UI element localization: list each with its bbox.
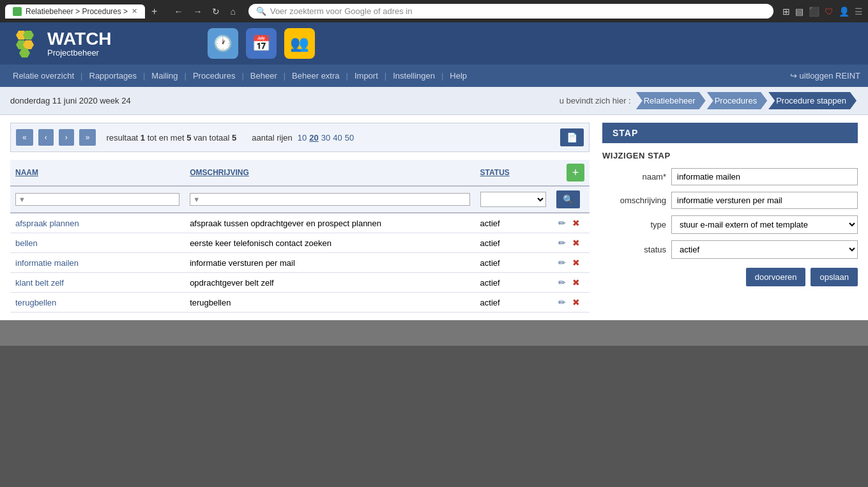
breadcrumb-right: u bevindt zich hier : Relatiebeheer Proc… (560, 92, 858, 109)
result-info: resultaat 1 tot en met 5 van totaal 5 (106, 133, 236, 143)
naam-link-0[interactable]: afspraak plannen (15, 219, 79, 228)
rows-30[interactable]: 30 (321, 133, 330, 143)
main-content: « ‹ › » resultaat 1 tot en met 5 van tot… (0, 115, 868, 320)
nav-procedures[interactable]: Procedures (188, 65, 240, 87)
qr-icon[interactable]: ⬛ (809, 6, 819, 17)
edit-button-1[interactable]: ✏ (556, 238, 568, 248)
nav-rapportages[interactable]: Rapportages (84, 65, 142, 87)
people-app-icon[interactable]: 👥 (284, 28, 315, 59)
cell-naam-1[interactable]: bellen (10, 233, 185, 253)
opslaan-button[interactable]: opslaan (811, 268, 858, 286)
bc-relatiebeheer[interactable]: Relatiebeheer (636, 92, 706, 109)
nav-beheer-extra[interactable]: Beheer extra (287, 65, 344, 87)
export-button[interactable]: 📄 (560, 128, 584, 146)
delete-button-1[interactable]: ✖ (570, 238, 582, 248)
active-tab[interactable]: Relatiebeheer > Procedures > ✕ (5, 4, 145, 19)
library-icon[interactable]: ⊞ (782, 6, 790, 17)
rows-40[interactable]: 40 (333, 133, 342, 143)
shield-icon[interactable]: 🛡 (825, 6, 834, 17)
new-tab-button[interactable]: + (148, 4, 161, 19)
input-naam[interactable] (671, 168, 858, 185)
filter-omschrijving-input[interactable] (202, 195, 467, 204)
forward-button[interactable]: → (189, 5, 206, 18)
form-row-type: type stuur e-mail extern of met template… (602, 215, 858, 234)
logout-button[interactable]: ↪ uitloggen REINT (790, 71, 860, 81)
nav-relatie-overzicht[interactable]: Relatie overzicht (8, 65, 79, 87)
cell-naam-3[interactable]: klant belt zelf (10, 273, 185, 293)
nav-help[interactable]: Help (445, 65, 472, 87)
app-container: WATCH Projectbeheer 🕐 📅 👥 Relatie overzi… (0, 22, 868, 320)
sort-naam[interactable]: NAAM (15, 168, 38, 177)
nav-instellingen[interactable]: Instellingen (388, 65, 440, 87)
sort-status[interactable]: STATUS (480, 168, 510, 177)
tab-close-button[interactable]: ✕ (132, 7, 137, 15)
sidebar-icon[interactable]: ▤ (795, 6, 803, 17)
delete-button-4[interactable]: ✖ (570, 297, 582, 307)
logo-watch: WATCH (47, 30, 112, 48)
delete-button-0[interactable]: ✖ (570, 218, 582, 228)
time-app-icon[interactable]: 🕐 (208, 28, 238, 59)
table-body: afspraak plannen afspraak tussen opdrach… (10, 213, 590, 313)
naam-link-2[interactable]: informatie mailen (15, 258, 79, 268)
table-row: klant belt zelf opdrachtgever belt zelf … (10, 273, 590, 293)
rows-50[interactable]: 50 (345, 133, 354, 143)
stap-header: STAP (602, 123, 858, 143)
filter-omschrijving-icon: ▼ (193, 196, 200, 203)
edit-button-2[interactable]: ✏ (556, 258, 568, 268)
input-omschrijving[interactable] (671, 192, 858, 209)
th-naam: NAAM (10, 160, 185, 186)
naam-link-1[interactable]: bellen (15, 238, 38, 248)
filter-status-select[interactable]: actief inactief (480, 192, 546, 207)
back-button[interactable]: ← (170, 5, 187, 18)
bc-procedures[interactable]: Procedures (707, 92, 767, 109)
home-button[interactable]: ⌂ (226, 5, 239, 18)
delete-button-2[interactable]: ✖ (570, 258, 582, 268)
sort-omschrijving[interactable]: OMSCHRIJVING (190, 168, 249, 177)
naam-link-4[interactable]: terugbellen (15, 298, 56, 307)
naam-link-3[interactable]: klant belt zelf (15, 278, 64, 288)
search-button[interactable]: 🔍 (556, 190, 580, 208)
logout-icon: ↪ (790, 71, 797, 81)
select-type[interactable]: stuur e-mail extern of met template acti… (671, 215, 858, 234)
delete-button-3[interactable]: ✖ (570, 277, 582, 288)
filter-naam-wrap: ▼ (15, 193, 179, 206)
filter-naam-input[interactable] (27, 195, 176, 204)
nav-import[interactable]: Import (349, 65, 383, 87)
reload-button[interactable]: ↻ (208, 5, 224, 18)
th-actions: + (551, 160, 590, 186)
nav-beheer[interactable]: Beheer (245, 65, 282, 87)
footer (0, 320, 868, 346)
first-page-button[interactable]: « (16, 129, 33, 146)
calendar-app-icon[interactable]: 📅 (246, 28, 277, 59)
label-omschrijving: omschrijving (602, 196, 666, 205)
edit-button-0[interactable]: ✏ (556, 218, 568, 228)
menu-icon[interactable]: ☰ (855, 6, 863, 17)
nav-mailing[interactable]: Mailing (146, 65, 183, 87)
select-status[interactable]: actief inactief (671, 240, 858, 259)
address-text: Voer zoekterm voor Google of adres in (270, 6, 413, 16)
th-status: STATUS (475, 160, 551, 186)
cell-naam-4[interactable]: terugbellen (10, 293, 185, 313)
add-row-button[interactable]: + (567, 164, 584, 182)
form-row-omschrijving: omschrijving (602, 192, 858, 209)
cell-actions-1: ✏ ✖ (551, 233, 590, 253)
rows-20[interactable]: 20 (309, 133, 318, 143)
edit-button-4[interactable]: ✏ (556, 297, 568, 307)
prev-page-button[interactable]: ‹ (38, 129, 54, 146)
rows-10[interactable]: 10 (298, 133, 307, 143)
doorvoeren-button[interactable]: doorvoeren (746, 268, 806, 286)
right-panel: STAP WIJZIGEN STAP naam* omschrijving ty… (602, 123, 858, 313)
last-page-button[interactable]: » (79, 129, 96, 146)
table-row: terugbellen terugbellen actief ✏ ✖ (10, 293, 590, 313)
address-bar[interactable]: 🔍 Voer zoekterm voor Google of adres in (248, 4, 773, 19)
bc-procedure-stappen[interactable]: Procedure stappen (768, 92, 857, 109)
app-header: WATCH Projectbeheer 🕐 📅 👥 (0, 22, 868, 65)
next-page-button[interactable]: › (59, 129, 74, 146)
cell-omschrijving-2: informatie versturen per mail (185, 253, 475, 273)
edit-button-3[interactable]: ✏ (556, 277, 568, 288)
profile-icon[interactable]: 👤 (839, 6, 849, 17)
rows-options: 10 20 30 40 50 (298, 133, 354, 143)
cell-naam-2[interactable]: informatie mailen (10, 253, 185, 273)
cell-status-4: actief (475, 293, 551, 313)
cell-naam-0[interactable]: afspraak plannen (10, 213, 185, 233)
